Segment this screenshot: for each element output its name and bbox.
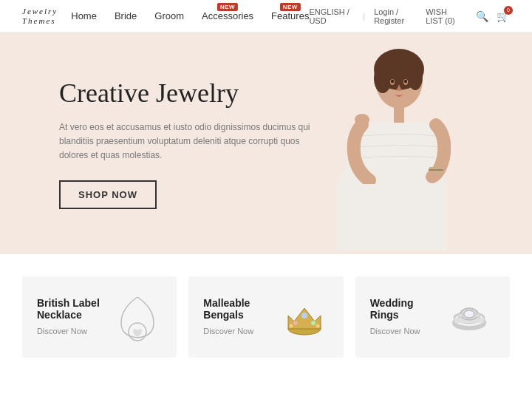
search-icon[interactable]: 🔍 [474, 9, 489, 24]
login-register-link[interactable]: Login / Register [374, 7, 417, 25]
svg-point-26 [476, 313, 480, 318]
category-card-1: Malleable Bengals Discover Now [188, 276, 343, 358]
category-info-0: British Label Necklace Discover Now [37, 297, 114, 337]
category-info-2: Wedding Rings Discover Now [370, 297, 444, 337]
accessories-new-badge: NEW [217, 3, 238, 11]
header-icons: 🔍 🛒 0 [474, 9, 510, 24]
svg-point-6 [391, 80, 394, 84]
category-title-2: Wedding Rings [370, 297, 444, 321]
svg-rect-10 [429, 169, 443, 171]
header-right: ENGLISH / USD | Login / Register WISH LI… [309, 7, 510, 25]
svg-point-15 [301, 313, 307, 318]
category-discover-2[interactable]: Discover Now [370, 327, 420, 335]
locale-label: ENGLISH / USD [309, 7, 354, 25]
nav-bride[interactable]: Bride [115, 10, 137, 21]
hero-image [296, 33, 488, 254]
category-discover-1[interactable]: Discover Now [203, 327, 253, 335]
category-title-1: Malleable Bengals [203, 297, 280, 321]
nav-home[interactable]: Home [71, 10, 97, 21]
features-new-badge: NEW [280, 3, 301, 11]
svg-point-2 [374, 64, 392, 93]
category-title-0: British Label Necklace [37, 297, 114, 321]
svg-rect-8 [394, 106, 404, 125]
svg-rect-12 [336, 184, 447, 251]
nav-groom[interactable]: Groom [154, 10, 184, 21]
svg-point-24 [464, 310, 474, 318]
hero-description: At vero eos et accusamus et iusto odio d… [59, 120, 310, 163]
svg-point-25 [458, 313, 463, 318]
svg-point-3 [408, 64, 423, 90]
shop-now-button[interactable]: SHOP NOW [59, 180, 157, 209]
hero-content: Creative Jewelry At vero eos et accusamu… [59, 78, 310, 210]
woman-illustration [318, 40, 466, 254]
hero-section: Creative Jewelry At vero eos et accusamu… [0, 33, 532, 254]
category-info-1: Malleable Bengals Discover Now [203, 297, 280, 337]
svg-point-18 [289, 324, 293, 327]
category-image-1 [281, 291, 329, 343]
nav-accessories[interactable]: NEW Accessories [202, 10, 253, 21]
svg-point-17 [311, 321, 316, 325]
main-nav: Home Bride Groom NEW Accessories NEW Fea… [71, 10, 309, 21]
category-card-2: Wedding Rings Discover Now [355, 276, 510, 358]
cart-badge: 0 [504, 6, 513, 15]
cart-icon[interactable]: 🛒 0 [495, 9, 510, 24]
svg-point-7 [404, 80, 407, 84]
logo-line2: Themes [22, 16, 71, 25]
categories-section: British Label Necklace Discover Now Mall… [0, 254, 532, 380]
logo[interactable]: Jewelry Themes [22, 7, 71, 24]
hero-title: Creative Jewelry [59, 78, 310, 109]
category-image-0 [114, 291, 162, 343]
category-card-0: British Label Necklace Discover Now [22, 276, 177, 358]
svg-point-11 [355, 114, 369, 126]
trending-section: Trending Products Excepteur sint occaeca… [0, 380, 532, 402]
nav-features[interactable]: NEW Features [271, 10, 309, 21]
category-image-2 [444, 291, 495, 343]
site-header: Jewelry Themes Home Bride Groom NEW Acce… [0, 0, 532, 33]
category-discover-0[interactable]: Discover Now [37, 327, 87, 335]
logo-line1: Jewelry [22, 7, 71, 16]
wish-list-link[interactable]: WISH LIST (0) [426, 7, 466, 25]
svg-point-19 [316, 324, 319, 327]
svg-point-16 [293, 321, 298, 325]
